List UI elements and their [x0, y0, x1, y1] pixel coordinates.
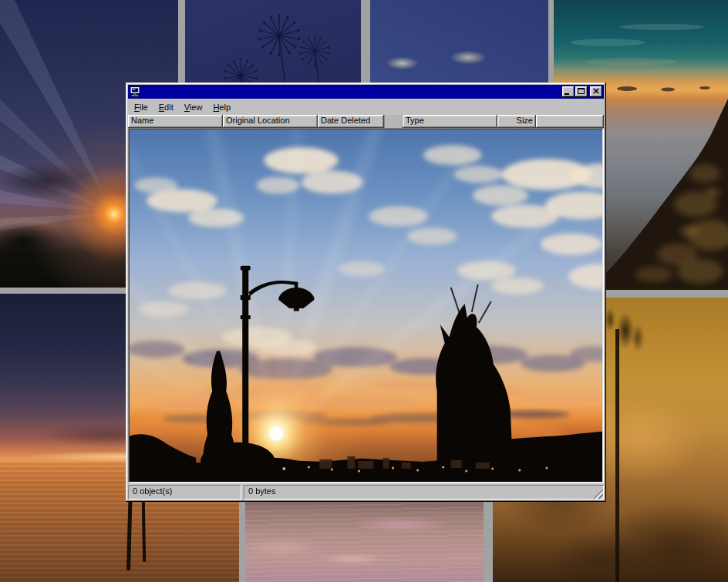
menu-help[interactable]: Help [207, 101, 236, 113]
computer-icon[interactable] [130, 86, 140, 97]
maximize-button[interactable] [575, 86, 588, 97]
column-header-name[interactable]: Name [128, 115, 223, 128]
sunset-street-lamp-photo [130, 130, 602, 482]
column-header-type[interactable]: Type [403, 115, 497, 128]
column-header-date-deleted[interactable]: Date Deleted [318, 115, 384, 128]
file-list-view[interactable] [128, 128, 604, 483]
window-titlebar[interactable] [128, 85, 604, 99]
column-header-filler [536, 115, 604, 128]
menu-view[interactable]: View [179, 101, 208, 113]
lamp-pole-silhouette [615, 329, 619, 582]
recycle-bin-window: File Edit View Help Name Original Locati… [126, 82, 606, 502]
menu-edit[interactable]: Edit [153, 101, 179, 113]
close-button[interactable] [590, 86, 602, 97]
minimize-button[interactable] [562, 86, 575, 97]
column-header-spacer [384, 115, 403, 128]
status-byte-count: 0 bytes [244, 485, 604, 500]
maximize-icon [578, 88, 585, 94]
desktop-background: File Edit View Help Name Original Locati… [0, 0, 728, 582]
column-header-size[interactable]: Size [497, 115, 536, 128]
status-object-count: 0 object(s) [128, 485, 241, 500]
menu-bar: File Edit View Help [128, 99, 604, 115]
close-icon [590, 86, 602, 97]
minimize-icon [565, 93, 569, 95]
column-header-original-location[interactable]: Original Location [223, 115, 318, 128]
status-bar: 0 object(s) 0 bytes [128, 485, 604, 500]
menu-file[interactable]: File [129, 101, 153, 113]
column-header-row: Name Original Location Date Deleted Type… [128, 115, 604, 128]
file-list-view-inner [129, 129, 603, 483]
